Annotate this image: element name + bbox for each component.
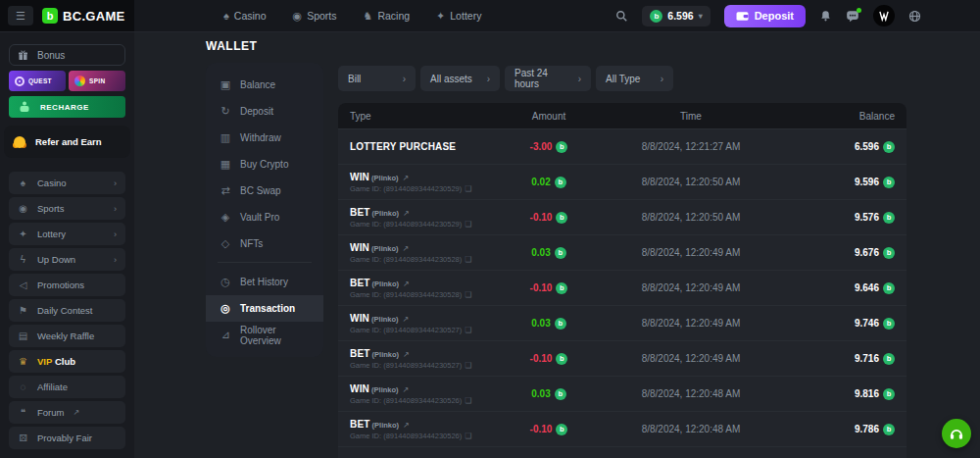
tx-game-id: Game ID: (891440893444230528)	[350, 290, 462, 299]
copy-icon[interactable]: ❏	[465, 361, 471, 370]
item-label: Deposit	[240, 106, 273, 117]
table-row[interactable]: BET(Plinko)↗ Game ID: (89144089344423052…	[338, 270, 906, 305]
copy-icon[interactable]: ❏	[465, 184, 471, 193]
filter-time-dropdown[interactable]: Past 24 hours ›	[505, 66, 591, 91]
tx-balance: 9.746	[855, 318, 879, 329]
link-icon[interactable]: ↗	[403, 385, 410, 394]
link-icon[interactable]: ↗	[403, 280, 410, 288]
table-row[interactable]: WIN(Plinko)↗ Game ID: (89144089344423052…	[338, 376, 906, 411]
link-icon[interactable]: ↗	[403, 315, 410, 324]
table-row[interactable]: WIN(Plinko)↗ b b	[338, 446, 906, 458]
casino-icon: ♠	[223, 10, 229, 22]
sidebar-item-lottery[interactable]: ✦ Lottery ›	[9, 223, 125, 245]
balance-selector[interactable]: b 6.596 ▾	[642, 6, 710, 26]
chevron-right-icon: ›	[403, 74, 406, 84]
tx-game-id: Game ID: (891440893444230527)	[350, 326, 462, 334]
recharge-button[interactable]: RECHARGE	[9, 96, 125, 118]
chat-icon[interactable]	[846, 10, 859, 23]
item-label: Bet History	[240, 277, 288, 287]
table-header: Type Amount Time Balance	[338, 103, 906, 128]
support-chat-button[interactable]	[942, 419, 971, 448]
wallet-item-vault-pro[interactable]: ◈ Vault Pro	[206, 204, 323, 230]
wallet-item-balance[interactable]: ▣ Balance	[206, 72, 323, 98]
wallet-item-withdraw[interactable]: ▥ Withdraw	[206, 125, 323, 151]
bonus-label: Bonus	[37, 50, 65, 61]
notifications-bell-icon[interactable]	[819, 9, 832, 23]
filter-type-dropdown[interactable]: All Type ›	[596, 66, 673, 91]
table-row[interactable]: LOTTERY PURCHASE -3.00b 8/8/2024, 12:21:…	[338, 128, 906, 164]
quest-button[interactable]: QUEST	[9, 71, 66, 91]
wallet-item-buy-crypto[interactable]: ▦ Buy Crypto	[206, 151, 323, 178]
wallet-item-deposit[interactable]: ↻ Deposit	[206, 98, 323, 125]
globe-language-icon[interactable]	[908, 10, 921, 23]
tx-game: (Plinko)	[372, 209, 400, 218]
table-row[interactable]: WIN(Plinko)↗ Game ID: (89144089344423052…	[338, 164, 906, 199]
refer-and-earn-button[interactable]: Refer and Earn	[4, 126, 130, 158]
nav-label: Lottery	[450, 10, 481, 22]
item-label: BC Swap	[240, 185, 281, 196]
bc-coin-icon: b	[556, 212, 567, 224]
tx-time: 8/8/2024, 12:20:48 AM	[612, 424, 769, 434]
link-icon[interactable]: ↗	[403, 209, 410, 218]
link-icon[interactable]: ↗	[403, 421, 410, 430]
table-row[interactable]: BET(Plinko)↗ Game ID: (89144089344423052…	[338, 340, 906, 376]
quest-label: QUEST	[28, 77, 52, 84]
bonus-button[interactable]: Bonus	[9, 44, 125, 66]
deposit-button[interactable]: Deposit	[724, 5, 806, 27]
copy-icon[interactable]: ❏	[465, 432, 471, 440]
wallet-item-bc-swap[interactable]: ⇄ BC Swap	[206, 178, 323, 204]
table-row[interactable]: BET(Plinko)↗ Game ID: (89144089344423052…	[338, 199, 906, 234]
bc-coin-icon: b	[883, 212, 895, 224]
avatar[interactable]	[873, 5, 895, 26]
sidebar-item-promotions[interactable]: ◁ Promotions	[9, 274, 125, 296]
tx-type: BET	[350, 278, 370, 288]
table-row[interactable]: BET(Plinko)↗ Game ID: (89144089344423052…	[338, 411, 906, 446]
sidebar-item-casino[interactable]: ♠ Casino ›	[9, 172, 125, 194]
wallet-item-transaction[interactable]: ◎ Transaction	[206, 295, 323, 322]
sidebar-item-sports[interactable]: ◉ Sports ›	[9, 197, 125, 220]
tx-type: BET	[350, 348, 370, 359]
copy-icon[interactable]: ❏	[465, 290, 471, 299]
nav-sports[interactable]: ◉ Sports	[293, 10, 337, 23]
item-label: Vault Pro	[240, 212, 279, 223]
wallet-column: WALLET ▣ Balance ↻ Deposit ▥ Withdraw ▦ …	[206, 39, 323, 357]
wallet-item-rollover-overview[interactable]: ⊿ Rollover Overview	[206, 322, 323, 348]
hamburger-menu-button[interactable]: ☰	[8, 6, 33, 25]
wallet-icon	[736, 11, 749, 22]
search-icon[interactable]	[615, 10, 628, 23]
table-row[interactable]: WIN(Plinko)↗ Game ID: (89144089344423052…	[338, 305, 906, 340]
copy-icon[interactable]: ❏	[465, 220, 471, 229]
nav-racing[interactable]: ♞ Racing	[364, 10, 411, 23]
spin-button[interactable]: SPIN	[69, 71, 125, 91]
nav-lottery[interactable]: ✦ Lottery	[436, 10, 481, 23]
unread-dot	[857, 8, 861, 13]
spin-wheel-icon	[74, 76, 85, 86]
sidebar-item-provably-fair[interactable]: ⚄ Provably Fair	[9, 427, 125, 449]
tx-type: WIN	[350, 172, 369, 182]
link-icon[interactable]: ↗	[403, 244, 410, 253]
copy-icon[interactable]: ❏	[465, 326, 471, 334]
copy-icon[interactable]: ❏	[465, 255, 471, 264]
logo[interactable]: b BC.GAME	[42, 8, 125, 24]
filter-bill-dropdown[interactable]: Bill ›	[338, 66, 416, 91]
tx-balance: 6.596	[855, 141, 879, 152]
copy-icon[interactable]: ❏	[465, 396, 471, 405]
nav-casino[interactable]: ♠ Casino	[223, 10, 267, 23]
sidebar-item-affiliate[interactable]: ◌ Affiliate	[9, 376, 125, 398]
chart-icon: ⊿	[220, 329, 231, 341]
sidebar-item-forum[interactable]: ❝ Forum ↗	[9, 401, 125, 424]
sidebar-item-daily-contest[interactable]: ⚑ Daily Contest	[9, 299, 125, 322]
tx-amount: -0.10	[530, 424, 553, 434]
bc-coin-icon: b	[883, 141, 895, 153]
tx-type: WIN	[350, 383, 369, 394]
sidebar-item-weekly-raffle[interactable]: ▤ Weekly Raffle	[9, 325, 125, 347]
wallet-item-nfts[interactable]: ◇ NFTs	[206, 230, 323, 257]
sidebar-item-vip-club[interactable]: ♛ VIP Club	[9, 350, 125, 373]
table-row[interactable]: WIN(Plinko)↗ Game ID: (89144089344423052…	[338, 234, 906, 270]
link-icon[interactable]: ↗	[403, 174, 410, 182]
link-icon[interactable]: ↗	[403, 350, 410, 359]
filter-assets-dropdown[interactable]: All assets ›	[420, 66, 500, 91]
wallet-item-bet-history[interactable]: ◷ Bet History	[206, 269, 323, 295]
item-label: Affiliate	[37, 382, 68, 392]
sidebar-item-updown[interactable]: ϟ Up Down ›	[9, 248, 125, 271]
